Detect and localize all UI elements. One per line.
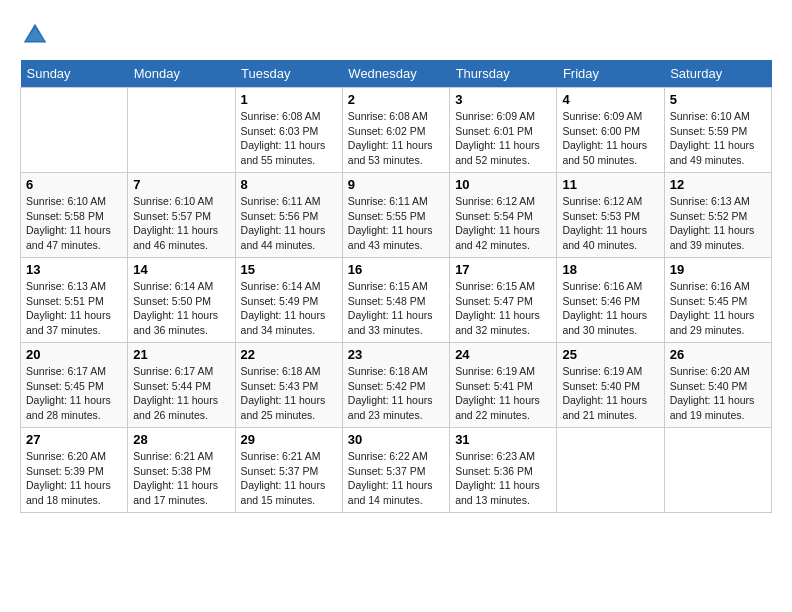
cell-info: Sunrise: 6:13 AMSunset: 5:51 PMDaylight:… [26,280,111,336]
calendar-cell: 25 Sunrise: 6:19 AMSunset: 5:40 PMDaylig… [557,343,664,428]
cell-info: Sunrise: 6:11 AMSunset: 5:55 PMDaylight:… [348,195,433,251]
cell-info: Sunrise: 6:15 AMSunset: 5:48 PMDaylight:… [348,280,433,336]
calendar-cell: 24 Sunrise: 6:19 AMSunset: 5:41 PMDaylig… [450,343,557,428]
day-number: 27 [26,432,122,447]
calendar-cell: 20 Sunrise: 6:17 AMSunset: 5:45 PMDaylig… [21,343,128,428]
calendar-cell: 29 Sunrise: 6:21 AMSunset: 5:37 PMDaylig… [235,428,342,513]
day-number: 10 [455,177,551,192]
cell-info: Sunrise: 6:10 AMSunset: 5:58 PMDaylight:… [26,195,111,251]
day-number: 19 [670,262,766,277]
cell-info: Sunrise: 6:14 AMSunset: 5:49 PMDaylight:… [241,280,326,336]
cell-info: Sunrise: 6:14 AMSunset: 5:50 PMDaylight:… [133,280,218,336]
day-number: 8 [241,177,337,192]
cell-info: Sunrise: 6:19 AMSunset: 5:40 PMDaylight:… [562,365,647,421]
day-number: 12 [670,177,766,192]
calendar-cell: 28 Sunrise: 6:21 AMSunset: 5:38 PMDaylig… [128,428,235,513]
cell-info: Sunrise: 6:10 AMSunset: 5:57 PMDaylight:… [133,195,218,251]
calendar-cell: 16 Sunrise: 6:15 AMSunset: 5:48 PMDaylig… [342,258,449,343]
day-number: 28 [133,432,229,447]
day-number: 1 [241,92,337,107]
cell-info: Sunrise: 6:18 AMSunset: 5:43 PMDaylight:… [241,365,326,421]
cell-info: Sunrise: 6:08 AMSunset: 6:03 PMDaylight:… [241,110,326,166]
cell-info: Sunrise: 6:09 AMSunset: 6:00 PMDaylight:… [562,110,647,166]
calendar-row: 27 Sunrise: 6:20 AMSunset: 5:39 PMDaylig… [21,428,772,513]
calendar-cell: 5 Sunrise: 6:10 AMSunset: 5:59 PMDayligh… [664,88,771,173]
day-number: 3 [455,92,551,107]
cell-info: Sunrise: 6:12 AMSunset: 5:53 PMDaylight:… [562,195,647,251]
cell-info: Sunrise: 6:10 AMSunset: 5:59 PMDaylight:… [670,110,755,166]
day-number: 20 [26,347,122,362]
day-number: 15 [241,262,337,277]
calendar-cell: 19 Sunrise: 6:16 AMSunset: 5:45 PMDaylig… [664,258,771,343]
calendar-cell: 1 Sunrise: 6:08 AMSunset: 6:03 PMDayligh… [235,88,342,173]
day-number: 25 [562,347,658,362]
calendar-cell: 4 Sunrise: 6:09 AMSunset: 6:00 PMDayligh… [557,88,664,173]
weekday-header: Thursday [450,60,557,88]
weekday-header: Tuesday [235,60,342,88]
calendar-cell: 13 Sunrise: 6:13 AMSunset: 5:51 PMDaylig… [21,258,128,343]
cell-info: Sunrise: 6:13 AMSunset: 5:52 PMDaylight:… [670,195,755,251]
calendar-cell [664,428,771,513]
calendar-cell: 18 Sunrise: 6:16 AMSunset: 5:46 PMDaylig… [557,258,664,343]
day-number: 24 [455,347,551,362]
weekday-header: Wednesday [342,60,449,88]
calendar-cell: 26 Sunrise: 6:20 AMSunset: 5:40 PMDaylig… [664,343,771,428]
day-number: 2 [348,92,444,107]
calendar-cell: 11 Sunrise: 6:12 AMSunset: 5:53 PMDaylig… [557,173,664,258]
weekday-header-row: SundayMondayTuesdayWednesdayThursdayFrid… [21,60,772,88]
calendar-row: 6 Sunrise: 6:10 AMSunset: 5:58 PMDayligh… [21,173,772,258]
calendar-cell: 17 Sunrise: 6:15 AMSunset: 5:47 PMDaylig… [450,258,557,343]
cell-info: Sunrise: 6:20 AMSunset: 5:39 PMDaylight:… [26,450,111,506]
day-number: 14 [133,262,229,277]
day-number: 5 [670,92,766,107]
day-number: 17 [455,262,551,277]
calendar-cell: 22 Sunrise: 6:18 AMSunset: 5:43 PMDaylig… [235,343,342,428]
cell-info: Sunrise: 6:17 AMSunset: 5:45 PMDaylight:… [26,365,111,421]
day-number: 9 [348,177,444,192]
calendar-cell: 10 Sunrise: 6:12 AMSunset: 5:54 PMDaylig… [450,173,557,258]
cell-info: Sunrise: 6:21 AMSunset: 5:37 PMDaylight:… [241,450,326,506]
day-number: 16 [348,262,444,277]
calendar-cell [21,88,128,173]
cell-info: Sunrise: 6:09 AMSunset: 6:01 PMDaylight:… [455,110,540,166]
calendar-row: 20 Sunrise: 6:17 AMSunset: 5:45 PMDaylig… [21,343,772,428]
calendar-cell [557,428,664,513]
cell-info: Sunrise: 6:18 AMSunset: 5:42 PMDaylight:… [348,365,433,421]
weekday-header: Sunday [21,60,128,88]
calendar-cell: 9 Sunrise: 6:11 AMSunset: 5:55 PMDayligh… [342,173,449,258]
calendar-cell: 21 Sunrise: 6:17 AMSunset: 5:44 PMDaylig… [128,343,235,428]
weekday-header: Friday [557,60,664,88]
cell-info: Sunrise: 6:12 AMSunset: 5:54 PMDaylight:… [455,195,540,251]
day-number: 18 [562,262,658,277]
logo [20,20,54,50]
calendar-cell: 23 Sunrise: 6:18 AMSunset: 5:42 PMDaylig… [342,343,449,428]
weekday-header: Monday [128,60,235,88]
weekday-header: Saturday [664,60,771,88]
cell-info: Sunrise: 6:08 AMSunset: 6:02 PMDaylight:… [348,110,433,166]
day-number: 30 [348,432,444,447]
calendar-cell [128,88,235,173]
day-number: 31 [455,432,551,447]
cell-info: Sunrise: 6:23 AMSunset: 5:36 PMDaylight:… [455,450,540,506]
calendar-cell: 7 Sunrise: 6:10 AMSunset: 5:57 PMDayligh… [128,173,235,258]
day-number: 6 [26,177,122,192]
calendar-cell: 12 Sunrise: 6:13 AMSunset: 5:52 PMDaylig… [664,173,771,258]
calendar-cell: 31 Sunrise: 6:23 AMSunset: 5:36 PMDaylig… [450,428,557,513]
day-number: 29 [241,432,337,447]
calendar-cell: 14 Sunrise: 6:14 AMSunset: 5:50 PMDaylig… [128,258,235,343]
calendar-cell: 8 Sunrise: 6:11 AMSunset: 5:56 PMDayligh… [235,173,342,258]
calendar-table: SundayMondayTuesdayWednesdayThursdayFrid… [20,60,772,513]
logo-icon [20,20,50,50]
cell-info: Sunrise: 6:16 AMSunset: 5:45 PMDaylight:… [670,280,755,336]
day-number: 4 [562,92,658,107]
calendar-cell: 27 Sunrise: 6:20 AMSunset: 5:39 PMDaylig… [21,428,128,513]
page-header [20,20,772,50]
day-number: 22 [241,347,337,362]
cell-info: Sunrise: 6:19 AMSunset: 5:41 PMDaylight:… [455,365,540,421]
day-number: 26 [670,347,766,362]
cell-info: Sunrise: 6:21 AMSunset: 5:38 PMDaylight:… [133,450,218,506]
day-number: 11 [562,177,658,192]
day-number: 23 [348,347,444,362]
day-number: 21 [133,347,229,362]
cell-info: Sunrise: 6:17 AMSunset: 5:44 PMDaylight:… [133,365,218,421]
